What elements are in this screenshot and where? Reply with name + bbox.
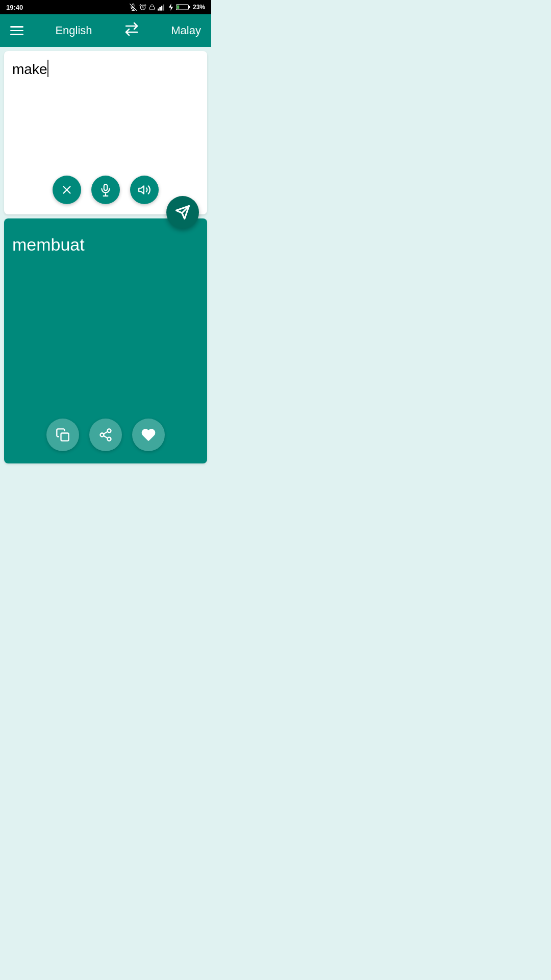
svg-rect-4 xyxy=(149,7,154,10)
svg-rect-6 xyxy=(159,7,161,11)
input-text[interactable]: make xyxy=(12,59,199,90)
lightning-icon xyxy=(168,4,173,11)
svg-line-28 xyxy=(104,432,108,434)
menu-line-3 xyxy=(10,34,23,35)
lock-icon xyxy=(149,4,155,11)
share-icon xyxy=(98,428,113,442)
input-section: make xyxy=(4,51,207,214)
status-bar: 19:40 xyxy=(0,0,211,14)
input-text-value: make xyxy=(12,61,47,77)
output-section: membuat xyxy=(4,218,207,463)
status-icons: 23% xyxy=(130,4,205,11)
copy-icon xyxy=(56,428,70,442)
battery-percent: 23% xyxy=(193,4,205,11)
signal-icon xyxy=(158,4,166,11)
clear-button[interactable] xyxy=(53,176,81,204)
swap-languages-button[interactable] xyxy=(124,22,139,40)
menu-button[interactable] xyxy=(10,26,23,35)
output-text: membuat xyxy=(12,231,199,257)
close-icon xyxy=(60,183,73,197)
svg-rect-8 xyxy=(163,5,164,11)
menu-line-2 xyxy=(10,30,23,32)
share-button[interactable] xyxy=(89,419,122,451)
svg-marker-9 xyxy=(169,4,173,11)
text-cursor xyxy=(47,60,48,77)
svg-rect-7 xyxy=(161,6,163,10)
send-icon xyxy=(175,205,190,220)
target-language-label[interactable]: Malay xyxy=(171,24,201,37)
svg-rect-5 xyxy=(158,9,159,11)
swap-icon xyxy=(124,22,139,36)
main-content: make xyxy=(0,47,211,468)
volume-icon xyxy=(138,183,151,197)
input-actions xyxy=(53,176,159,204)
svg-marker-20 xyxy=(139,186,144,193)
app-header: English Malay xyxy=(0,14,211,47)
microphone-icon xyxy=(99,183,112,197)
svg-rect-17 xyxy=(104,184,108,190)
svg-rect-11 xyxy=(188,6,190,8)
mute-icon xyxy=(130,4,137,11)
svg-rect-12 xyxy=(177,6,179,9)
svg-line-27 xyxy=(104,436,108,438)
svg-rect-23 xyxy=(61,433,69,441)
copy-button[interactable] xyxy=(46,419,79,451)
battery-icon xyxy=(176,4,190,11)
speak-button[interactable] xyxy=(130,176,159,204)
favorite-button[interactable] xyxy=(132,419,165,451)
heart-icon xyxy=(141,428,156,442)
menu-line-1 xyxy=(10,26,23,28)
source-language-label[interactable]: English xyxy=(55,24,92,37)
translate-button[interactable] xyxy=(166,196,199,229)
status-time: 19:40 xyxy=(6,4,23,11)
microphone-button[interactable] xyxy=(91,176,120,204)
output-actions xyxy=(46,419,165,451)
alarm-icon xyxy=(139,4,146,11)
